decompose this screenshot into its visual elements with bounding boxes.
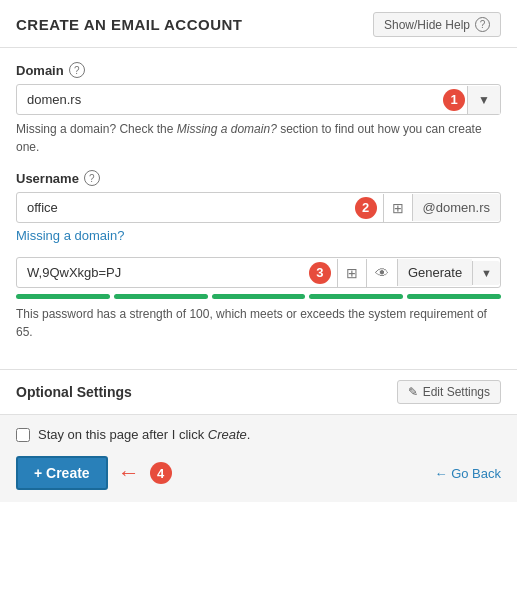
show-hide-help-button[interactable]: Show/Hide Help ? [373,12,501,37]
password-step-badge: 3 [309,262,331,284]
domain-hint-italic: Missing a domain? [177,122,277,136]
stay-checkbox[interactable] [16,428,30,442]
username-icon-btn[interactable]: ⊞ [383,194,412,222]
stay-label: Stay on this page after I click Create. [38,427,250,442]
optional-settings-title: Optional Settings [16,384,132,400]
username-input[interactable] [17,193,355,222]
password-input[interactable] [17,258,309,287]
domain-step-badge: 1 [443,89,465,111]
show-hide-label: Show/Hide Help [384,18,470,32]
password-clipboard-icon[interactable]: ⊞ [337,259,366,287]
username-help-icon[interactable]: ? [84,170,100,186]
domain-section: Domain ? 1 ▼ Missing a domain? Check the… [16,62,501,156]
go-back-link[interactable]: ← Go Back [435,466,501,481]
password-section: 3 ⊞ 👁 Generate ▼ This password has a str… [16,257,501,341]
domain-input[interactable] [17,85,467,114]
username-input-row: 2 ⊞ @domen.rs [16,192,501,223]
stay-checkbox-row: Stay on this page after I click Create. [16,427,501,442]
create-btn-wrap: + Create ← 4 [16,456,172,490]
password-strength-bars [16,294,501,299]
password-eye-icon[interactable]: 👁 [366,259,397,287]
username-input-wrap: 2 [17,193,383,222]
create-button[interactable]: + Create [16,456,108,490]
footer-section: Stay on this page after I click Create. … [0,414,517,502]
generate-button[interactable]: Generate [397,259,472,286]
strength-bar-2 [114,294,208,299]
stay-italic: Create [208,427,247,442]
domain-dropdown-arrow[interactable]: ▼ [467,86,500,114]
username-step-badge: 2 [355,197,377,219]
domain-label: Domain ? [16,62,501,78]
edit-settings-label: Edit Settings [423,385,490,399]
password-input-wrap: 3 [17,258,337,287]
domain-input-row: 1 ▼ [16,84,501,115]
edit-icon: ✎ [408,385,418,399]
strength-bar-1 [16,294,110,299]
password-input-row: 3 ⊞ 👁 Generate ▼ [16,257,501,288]
domain-help-icon[interactable]: ? [69,62,85,78]
help-circle-icon: ? [475,17,490,32]
create-arrow-icon: ← [118,462,140,484]
page-title: CREATE AN EMAIL ACCOUNT [16,16,243,33]
username-section: Username ? 2 ⊞ @domen.rs Missing a domai… [16,170,501,243]
edit-settings-button[interactable]: ✎ Edit Settings [397,380,501,404]
create-step-badge: 4 [150,462,172,484]
optional-settings-section: Optional Settings ✎ Edit Settings [0,369,517,414]
username-label: Username ? [16,170,501,186]
main-content: Domain ? 1 ▼ Missing a domain? Check the… [0,48,517,369]
domain-hint: Missing a domain? Check the Missing a do… [16,120,501,156]
generate-dropdown-arrow[interactable]: ▼ [472,261,500,285]
strength-bar-4 [309,294,403,299]
username-at-domain: @domen.rs [412,194,500,221]
strength-bar-3 [212,294,306,299]
password-strength-text: This password has a strength of 100, whi… [16,305,501,341]
page-header: CREATE AN EMAIL ACCOUNT Show/Hide Help ? [0,0,517,48]
footer-actions: + Create ← 4 ← Go Back [16,456,501,490]
missing-domain-link[interactable]: Missing a domain? [16,228,124,243]
strength-bar-5 [407,294,501,299]
